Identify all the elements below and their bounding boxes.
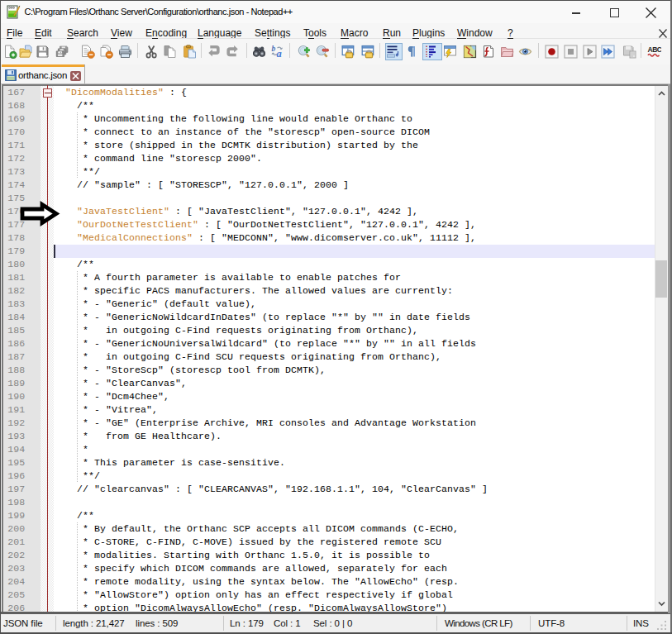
svg-text:b: b <box>271 45 275 53</box>
svg-text:a: a <box>276 48 281 59</box>
svg-text:ABC: ABC <box>647 45 661 54</box>
